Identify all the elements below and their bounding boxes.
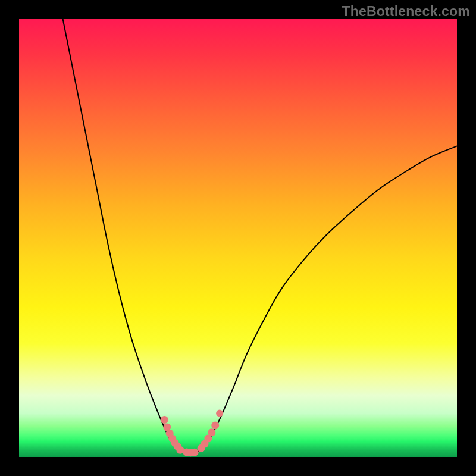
curve-layer [19,19,457,457]
data-point [161,416,168,424]
watermark-text: TheBottleneck.com [342,4,470,20]
plot-area [19,19,457,457]
data-point [211,422,219,430]
data-point [216,409,223,416]
chart-frame: TheBottleneck.com [0,0,476,476]
data-point [208,428,215,436]
bottleneck-curve [63,19,457,453]
data-point [191,449,199,456]
data-point [176,446,184,454]
